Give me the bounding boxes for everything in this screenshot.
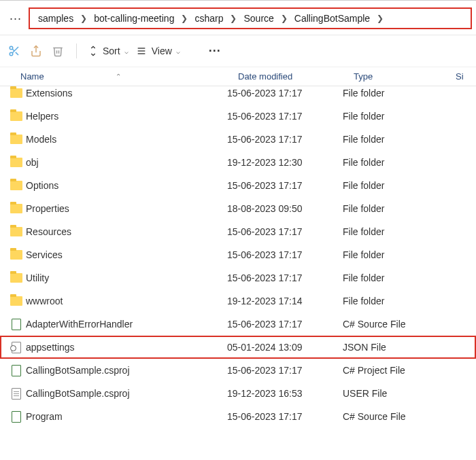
- file-row[interactable]: Resources15-06-2023 17:17File folder: [0, 220, 476, 243]
- file-date: 15-06-2023 17:17: [227, 319, 343, 330]
- toolbar-more-icon[interactable]: ···: [203, 44, 226, 58]
- file-row[interactable]: appsettings05-01-2024 13:09JSON File: [0, 336, 476, 359]
- file-name: wwwroot: [26, 296, 227, 306]
- file-type: File folder: [343, 272, 452, 283]
- file-name: obj: [26, 157, 227, 168]
- file-date: 15-06-2023 17:17: [227, 180, 343, 191]
- file-icon: [10, 411, 23, 422]
- file-icon: [10, 365, 23, 376]
- file-type: File folder: [343, 180, 452, 191]
- file-type: File folder: [343, 249, 452, 260]
- cut-icon[interactable]: [7, 43, 22, 58]
- chevron-down-icon: ⌵: [124, 48, 129, 55]
- breadcrumb-item[interactable]: samples: [34, 12, 78, 25]
- column-header-name[interactable]: Name ⌃: [20, 71, 238, 82]
- file-type: C# Project File: [343, 365, 452, 376]
- chevron-right-icon[interactable]: ❯: [227, 14, 239, 23]
- file-row[interactable]: wwwroot19-12-2023 17:14File folder: [0, 289, 476, 313]
- file-row[interactable]: Program15-06-2023 17:17C# Source File: [0, 405, 476, 428]
- file-name: appsettings: [26, 342, 227, 353]
- file-name: Services: [26, 249, 227, 260]
- folder-icon: [10, 157, 23, 168]
- file-row[interactable]: Services15-06-2023 17:17File folder: [0, 243, 476, 266]
- file-name: Models: [26, 134, 227, 145]
- sort-indicator-icon: ⌃: [116, 73, 121, 80]
- chevron-right-icon[interactable]: ❯: [178, 14, 190, 23]
- file-row[interactable]: Extensions15-06-2023 17:17File folder: [0, 86, 476, 105]
- breadcrumb-item[interactable]: csharp: [190, 12, 227, 25]
- file-type: USER File: [343, 388, 452, 399]
- file-row[interactable]: Utility15-06-2023 17:17File folder: [0, 266, 476, 289]
- delete-icon[interactable]: [50, 43, 65, 58]
- file-icon: [10, 319, 23, 330]
- breadcrumb-item[interactable]: Source: [239, 12, 277, 25]
- file-date: 15-06-2023 17:17: [227, 249, 343, 260]
- file-type: C# Source File: [343, 411, 452, 422]
- folder-icon: [10, 249, 23, 260]
- file-name: Extensions: [26, 88, 227, 99]
- file-date: 19-12-2023 17:14: [227, 296, 343, 306]
- file-row[interactable]: Properties18-08-2023 09:50File folder: [0, 197, 476, 220]
- file-date: 05-01-2024 13:09: [227, 342, 343, 353]
- breadcrumb-item[interactable]: bot-calling-meeting: [90, 12, 178, 25]
- file-icon: [10, 342, 23, 353]
- file-date: 15-06-2023 17:17: [227, 134, 343, 145]
- sort-icon: [88, 46, 99, 56]
- file-name: Options: [26, 180, 227, 191]
- chevron-right-icon[interactable]: ❯: [278, 14, 290, 23]
- folder-icon: [10, 88, 23, 99]
- file-type: File folder: [343, 226, 452, 237]
- column-header-size[interactable]: Si: [456, 71, 476, 82]
- file-date: 15-06-2023 17:17: [227, 88, 343, 99]
- column-headers: Name ⌃ Date modified Type Si: [0, 67, 476, 86]
- folder-icon: [10, 111, 23, 122]
- sort-label: Sort: [103, 46, 120, 56]
- svg-point-1: [10, 52, 13, 56]
- file-name: AdapterWithErrorHandler: [26, 319, 227, 330]
- file-date: 19-12-2023 16:53: [227, 388, 343, 399]
- breadcrumb-more-icon[interactable]: ···: [4, 12, 27, 26]
- view-label: View: [152, 46, 172, 56]
- file-date: 15-06-2023 17:17: [227, 365, 343, 376]
- column-header-date[interactable]: Date modified: [238, 71, 354, 82]
- svg-point-0: [10, 46, 13, 50]
- file-name: Resources: [26, 226, 227, 237]
- file-row[interactable]: CallingBotSample.csproj15-06-2023 17:17C…: [0, 359, 476, 382]
- file-row[interactable]: Helpers15-06-2023 17:17File folder: [0, 105, 476, 128]
- breadcrumb-item[interactable]: CallingBotSample: [290, 12, 374, 25]
- file-date: 18-08-2023 09:50: [227, 203, 343, 214]
- file-date: 15-06-2023 17:17: [227, 272, 343, 283]
- file-row[interactable]: Options15-06-2023 17:17File folder: [0, 174, 476, 197]
- file-type: File folder: [343, 157, 452, 168]
- chevron-right-icon[interactable]: ❯: [374, 14, 386, 23]
- file-row[interactable]: Models15-06-2023 17:17File folder: [0, 128, 476, 151]
- folder-icon: [10, 272, 23, 283]
- file-type: File folder: [343, 111, 452, 122]
- share-icon[interactable]: [29, 43, 44, 58]
- folder-icon: [10, 134, 23, 145]
- file-row[interactable]: AdapterWithErrorHandler15-06-2023 17:17C…: [0, 313, 476, 336]
- file-name: Helpers: [26, 111, 227, 122]
- chevron-right-icon[interactable]: ❯: [78, 14, 90, 23]
- file-type: File folder: [343, 134, 452, 145]
- file-row[interactable]: obj19-12-2023 12:30File folder: [0, 151, 476, 174]
- breadcrumb-path: samples❯bot-calling-meeting❯csharp❯Sourc…: [29, 7, 472, 29]
- file-date: 15-06-2023 17:17: [227, 226, 343, 237]
- view-button[interactable]: View ⌵: [135, 46, 180, 56]
- file-type: C# Source File: [343, 319, 452, 330]
- folder-icon: [10, 203, 23, 214]
- folder-icon: [10, 226, 23, 237]
- file-list: Extensions15-06-2023 17:17File folderHel…: [0, 86, 476, 428]
- file-date: 19-12-2023 12:30: [227, 157, 343, 168]
- file-name: CallingBotSample.csproj: [26, 365, 227, 376]
- folder-icon: [10, 296, 23, 306]
- file-type: File folder: [343, 88, 452, 99]
- sort-button[interactable]: Sort ⌵: [88, 46, 129, 56]
- file-icon: [10, 388, 23, 399]
- column-header-type[interactable]: Type: [354, 71, 456, 82]
- file-row[interactable]: CallingBotSample.csproj19-12-2023 16:53U…: [0, 382, 476, 405]
- toolbar: Sort ⌵ View ⌵ ···: [0, 35, 476, 67]
- file-date: 15-06-2023 17:17: [227, 111, 343, 122]
- file-type: File folder: [343, 203, 452, 214]
- file-type: File folder: [343, 296, 452, 306]
